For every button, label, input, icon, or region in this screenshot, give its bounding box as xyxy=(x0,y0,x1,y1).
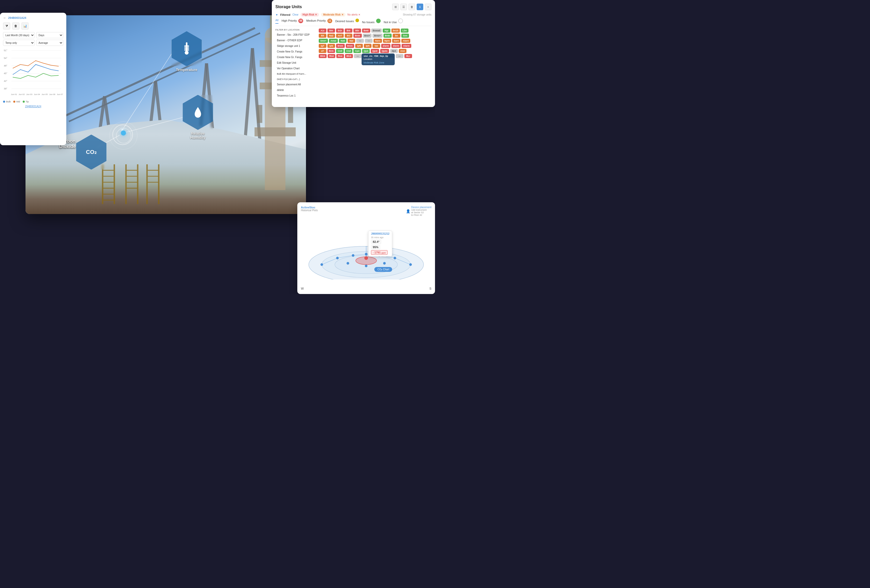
storage-unit[interactable]: Brm xyxy=(328,49,335,53)
storage-unit[interactable]: Snn xyxy=(401,34,409,38)
storage-unit[interactable]: dp4 xyxy=(390,49,398,53)
storage-unit[interactable]: An4 xyxy=(399,49,407,53)
clear-filter-btn[interactable]: Clear xyxy=(292,13,299,16)
storage-unit[interactable]: --- xyxy=(356,39,364,43)
storage-unit[interactable]: A1r xyxy=(319,28,326,33)
storage-unit[interactable]: Qp4s xyxy=(380,49,389,53)
storage-unit[interactable]: 3/arm xyxy=(392,44,401,48)
unit-link[interactable]: 294B0031A24 xyxy=(3,105,63,108)
co2-node[interactable]: CO₂ xyxy=(76,135,107,170)
storage-unit[interactable]: 9rem xyxy=(346,44,355,48)
tab-no-issues[interactable]: No Issues xyxy=(362,19,381,24)
storage-unit[interactable]: An7 xyxy=(336,34,344,38)
storage-unit[interactable]: Cnd xyxy=(345,49,352,53)
storage-unit[interactable]: Rn4 xyxy=(328,54,335,58)
storage-unit[interactable]: Bno+ xyxy=(363,34,372,38)
storage-unit[interactable]: Cp4 xyxy=(353,49,361,53)
storage-unit[interactable]: Blck xyxy=(345,54,353,58)
storage-unit[interactable]: Na2 xyxy=(328,34,335,38)
storage-unit[interactable]: Lbn xyxy=(401,28,408,33)
storage-unit[interactable]: Amar xyxy=(329,39,338,43)
list-view-btn[interactable]: ☰ xyxy=(400,4,407,10)
location-item[interactable]: Banner - OTHER EDP xyxy=(276,38,316,43)
storage-unit[interactable]: --- xyxy=(354,54,362,58)
storage-unit[interactable]: Be6r xyxy=(362,28,370,33)
add-btn[interactable]: + xyxy=(425,4,431,10)
tab-all[interactable]: All xyxy=(276,19,279,24)
chart-button[interactable]: 📊 xyxy=(21,22,28,30)
unit-id[interactable]: 294B0031A24 xyxy=(8,16,26,19)
sensor-type-select[interactable]: Temp only xyxy=(3,40,35,46)
storage-unit[interactable]: Cnd xyxy=(336,49,344,53)
storage-unit[interactable]: Bit xyxy=(319,34,326,38)
storage-unit[interactable]: B4r xyxy=(328,28,335,33)
storage-unit[interactable]: Rn4 xyxy=(336,54,344,58)
tab-medium-priority[interactable]: Medium Priority 11 xyxy=(306,19,332,24)
storage-unit[interactable]: B4r xyxy=(345,28,352,33)
storage-unit[interactable]: IgT xyxy=(319,44,326,48)
storage-unit[interactable]: Ngr xyxy=(383,28,390,33)
storage-unit[interactable]: bn15 xyxy=(392,28,400,33)
high-risk-tag[interactable]: High Risk ✕ xyxy=(301,13,319,16)
aggregation-select[interactable]: Average xyxy=(36,40,63,46)
tab-not-in-use[interactable]: Not in Use xyxy=(384,19,403,24)
storage-unit[interactable]: IpN xyxy=(328,44,335,48)
location-item[interactable]: Create New Gr. Fangs xyxy=(276,49,316,55)
storage-unit[interactable]: Naro xyxy=(374,39,382,43)
storage-unit[interactable]: Alarm xyxy=(402,44,411,48)
storage-unit[interactable]: IpN xyxy=(355,44,363,48)
location-item[interactable]: DKEY-F10 (46-r14°r...) xyxy=(276,77,316,82)
location-item[interactable]: Ver Operation Chart xyxy=(276,66,316,71)
storage-unit[interactable]: B5r xyxy=(353,28,361,33)
humidity-node[interactable]: RelativeHumidity xyxy=(183,95,213,140)
temperature-node[interactable]: Temperature xyxy=(171,31,202,72)
no-alerts-tag[interactable]: No alerts ✕ xyxy=(347,13,361,16)
filter-button[interactable]: ⧩ xyxy=(3,22,10,30)
moderate-risk-tag[interactable]: Moderate Risk ✕ xyxy=(321,13,345,16)
storage-unit[interactable]: Alarn xyxy=(401,39,410,43)
storage-unit[interactable]: Var xyxy=(372,44,380,48)
storage-unit[interactable]: 9rem xyxy=(336,44,345,48)
storage-unit[interactable]: BLr xyxy=(404,54,412,58)
storage-unit[interactable]: Bn4r xyxy=(353,34,362,38)
back-button[interactable]: ← xyxy=(3,16,7,20)
co2-chart-button[interactable]: CO₂ Chart xyxy=(374,267,392,272)
storage-unit[interactable]: Smx+ xyxy=(319,39,328,43)
storage-unit[interactable]: Na6 xyxy=(339,39,347,43)
storage-unit[interactable]: Bn6r xyxy=(383,34,392,38)
storage-unit[interactable]: Qp4r xyxy=(371,49,379,53)
grid-view-btn[interactable]: ⊞ xyxy=(392,4,399,10)
storage-unit[interactable]: --- xyxy=(365,39,372,43)
storage-unit[interactable]: bn xyxy=(393,34,400,38)
location-item[interactable]: Banner - 5to - 208-F50° EDP xyxy=(276,32,316,38)
storage-unit[interactable]: Blck xyxy=(319,54,327,58)
delete-btn[interactable]: 🗑 xyxy=(408,4,415,10)
delete-button[interactable]: 🗑 xyxy=(12,22,19,30)
storage-unit[interactable]: BO xyxy=(345,34,352,38)
storage-unit[interactable]: IpN xyxy=(364,44,371,48)
storage-unit[interactable]: Brno+ xyxy=(372,34,382,38)
info-btn[interactable]: ℹ xyxy=(417,4,423,10)
storage-unit[interactable]: Sarn xyxy=(392,39,400,43)
location-item[interactable]: Tesarenco Loc 1 xyxy=(276,93,316,99)
location-item[interactable]: Slidge storage unit 1 xyxy=(276,43,316,49)
interval-select[interactable]: Days xyxy=(36,32,63,38)
device-placement-btn[interactable]: 👤 Device placement Add instrument at Sec… xyxy=(406,206,431,216)
storage-unit[interactable]: --- xyxy=(396,54,404,58)
storage-unit[interactable]: Bswad xyxy=(371,28,382,33)
location-item[interactable]: Sensor placement All xyxy=(276,82,316,88)
location-item[interactable]: Tesarenco Loc 3 xyxy=(276,99,316,100)
storage-unit[interactable]: 5r2r xyxy=(336,28,344,33)
location-item[interactable]: delete xyxy=(276,88,316,93)
tab-desired-issues[interactable]: Desired Issues xyxy=(335,19,359,24)
location-item[interactable]: Bulk Bin Marquant of Farm... xyxy=(276,71,316,77)
storage-unit[interactable]: Npre xyxy=(383,39,392,43)
location-item[interactable]: Edit Storage Unit xyxy=(276,60,316,66)
storage-unit[interactable]: 2/arm xyxy=(381,44,390,48)
date-range-select[interactable]: Last Month (30 days) xyxy=(3,32,35,38)
location-item[interactable]: Create New Gr. Fangs xyxy=(276,55,316,60)
storage-unit[interactable]: aT xyxy=(319,49,326,53)
tab-high-priority[interactable]: High Priority 88 xyxy=(282,19,303,24)
storage-unit[interactable]: Qp4 xyxy=(362,49,370,53)
storage-unit[interactable]: Nar xyxy=(347,39,355,43)
